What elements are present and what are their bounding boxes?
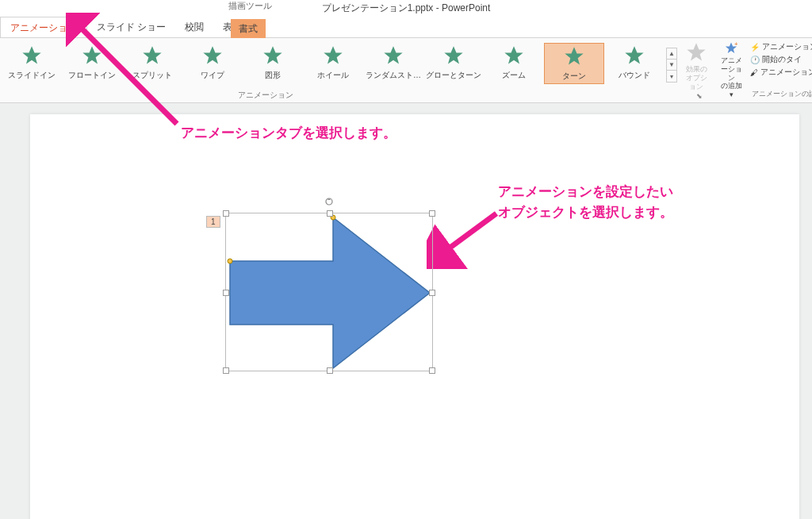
resize-handle-e[interactable]	[429, 290, 435, 296]
star-icon	[563, 45, 585, 67]
resize-handle-sw[interactable]	[223, 367, 229, 374]
svg-marker-10	[625, 46, 643, 63]
animation-label: バウンド	[619, 70, 650, 81]
annotation-select-object: アニメーションを設定したい オブジェクトを選択します。	[498, 182, 673, 222]
animation-label: ホイール	[317, 70, 349, 81]
tab-format[interactable]: 書式	[231, 19, 266, 39]
animation-shape[interactable]: 図形	[243, 43, 303, 83]
animation-zoom[interactable]: ズーム	[484, 43, 544, 83]
svg-marker-3	[203, 46, 221, 63]
svg-marker-8	[504, 46, 523, 63]
animation-label: ターン	[562, 71, 586, 82]
resize-handle-se[interactable]	[429, 367, 435, 374]
star-icon	[21, 44, 43, 67]
arrow-shape-icon	[226, 213, 434, 372]
animation-label: グローとターン	[426, 70, 481, 81]
animation-randombars[interactable]: ランダムスト…	[363, 43, 423, 83]
resize-handle-ne[interactable]	[429, 210, 435, 217]
gallery-down-icon[interactable]: ▼	[667, 60, 676, 71]
animation-turn[interactable]: ターン	[544, 43, 604, 84]
resize-handle-n[interactable]	[327, 210, 333, 217]
svg-marker-5	[324, 46, 342, 63]
star-icon	[201, 44, 224, 67]
animation-label: 図形	[265, 70, 281, 81]
svg-line-17	[442, 213, 496, 253]
animation-painter-button[interactable]: 🖌アニメーション	[750, 67, 812, 78]
effect-options-label1: 効果の	[686, 65, 707, 74]
resize-handle-s[interactable]	[327, 367, 333, 374]
animation-pane-button[interactable]: ⚡アニメーション	[750, 41, 812, 52]
canvas-area: アニメーションタブを選択します。 アニメーションを設定したい オブジェクトを選択…	[0, 103, 812, 519]
animation-label: ランダムスト…	[366, 70, 421, 81]
animation-wheel[interactable]: ホイール	[303, 43, 363, 83]
selected-shape[interactable]	[225, 213, 433, 371]
window-title: プレゼンテーション1.pptx - PowerPoint	[322, 2, 491, 15]
rotate-handle[interactable]	[325, 198, 333, 206]
drawing-tools-label: 描画ツール	[228, 0, 272, 12]
star-icon	[503, 44, 525, 67]
annotation-arrow-object	[427, 206, 506, 269]
animation-label: スライドイン	[8, 70, 56, 81]
star-icon	[442, 44, 465, 67]
svg-marker-9	[565, 47, 583, 64]
star-plus-icon: +	[720, 41, 742, 55]
clock-icon: 🕐	[750, 56, 760, 64]
resize-handle-nw[interactable]	[223, 210, 229, 217]
gallery-more-icon[interactable]: ▾	[667, 71, 676, 82]
svg-line-15	[75, 22, 177, 124]
annotation-arrow-tab	[66, 13, 193, 132]
animation-bound[interactable]: バウンド	[604, 43, 665, 83]
resize-handle-w[interactable]	[223, 290, 229, 296]
svg-marker-11	[687, 43, 705, 60]
animation-growturn[interactable]: グローとターン	[423, 43, 484, 83]
svg-marker-7	[444, 46, 462, 63]
svg-text:+: +	[734, 41, 737, 48]
svg-marker-6	[384, 46, 402, 63]
svg-point-18	[228, 259, 232, 263]
animation-order-tag[interactable]: 1	[206, 216, 220, 228]
add-animation-button[interactable]: + アニメーション の追加 ▾	[715, 38, 747, 102]
gallery-scroll: ▲ ▼ ▾	[666, 48, 677, 83]
star-icon	[685, 41, 707, 63]
animation-label: ズーム	[502, 70, 526, 81]
slide[interactable]: アニメーションタブを選択します。 アニメーションを設定したい オブジェクトを選択…	[30, 114, 799, 519]
animation-group-label: アニメーション	[238, 90, 293, 101]
svg-marker-4	[263, 46, 282, 63]
dialog-launcher-icon[interactable]: ⬊	[696, 92, 703, 100]
annotation-select-tab: アニメーションタブを選択します。	[181, 124, 396, 142]
star-icon	[322, 44, 344, 67]
animation-label: ワイプ	[201, 70, 224, 81]
star-icon	[382, 44, 404, 67]
trigger-button[interactable]: 🕐開始のタイ	[750, 54, 812, 65]
lightning-icon: ⚡	[750, 43, 760, 52]
effect-options-label2: オプション	[685, 74, 707, 91]
add-animation-label2: の追加 ▾	[720, 82, 742, 99]
svg-marker-0	[22, 46, 40, 63]
gallery-up-icon[interactable]: ▲	[667, 48, 676, 60]
brush-icon: 🖌	[750, 68, 758, 77]
animation-slidein[interactable]: スライドイン	[2, 43, 62, 83]
advanced-group-label: アニメーションの詳	[750, 89, 812, 99]
star-icon	[262, 44, 284, 67]
advanced-animation-group: ⚡アニメーション 🕐開始のタイ 🖌アニメーション アニメーションの詳	[747, 38, 812, 102]
add-animation-label1: アニメーション	[720, 56, 742, 82]
star-icon	[623, 44, 645, 67]
